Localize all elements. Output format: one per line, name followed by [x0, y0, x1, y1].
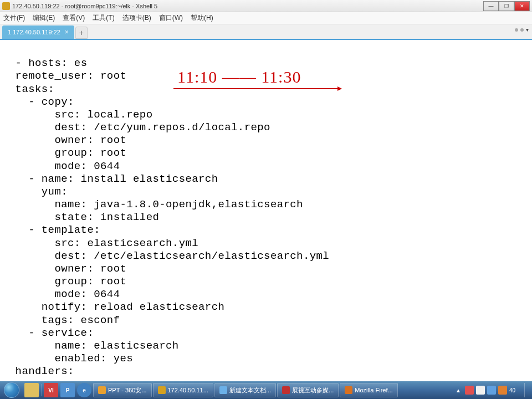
menu-tools[interactable]: 工具(T): [93, 13, 114, 23]
menubar: 文件(F) 编辑(E) 查看(V) 工具(T) 选项卡(B) 窗口(W) 帮助(…: [0, 12, 532, 24]
pinned-icon-vlc[interactable]: Vl: [44, 383, 58, 397]
tray-icon[interactable]: [465, 386, 474, 395]
task-label: 展视互动多媒...: [292, 386, 334, 395]
add-tab-button[interactable]: +: [75, 27, 88, 39]
task-buttons: PPT - 360安...172.40.50.11...新建文本文档...展视互…: [93, 383, 398, 397]
close-icon[interactable]: ×: [65, 28, 69, 36]
task-app-icon: [345, 386, 352, 394]
task-button[interactable]: 新建文本文档...: [214, 383, 276, 397]
task-app-icon: [158, 386, 166, 394]
separator: [41, 384, 42, 396]
task-app-icon: [98, 386, 106, 394]
pinned-icon-p[interactable]: P: [60, 383, 75, 397]
menu-help[interactable]: 帮助(H): [191, 13, 213, 23]
menu-edit[interactable]: 编辑(E): [33, 13, 55, 23]
taskbar: Vl P e PPT - 360安...172.40.50.11...新建文本文…: [0, 381, 532, 399]
terminal-output[interactable]: - hosts: es remote_user: root tasks: - c…: [0, 40, 532, 399]
window-title: 172.40.50.119:22 - root@room9pc119:~/elk…: [12, 3, 483, 9]
chevron-down-icon[interactable]: ▾: [526, 27, 529, 33]
tray-icon[interactable]: [498, 386, 507, 395]
terminal-text: - hosts: es remote_user: root tasks: - c…: [2, 57, 329, 377]
menu-tabs[interactable]: 选项卡(B): [122, 13, 151, 23]
annotation-underline: [173, 88, 341, 89]
tray-arrow-icon[interactable]: ▲: [454, 386, 463, 395]
pinned-icon-1[interactable]: [24, 383, 39, 397]
tabbar-right: ▾: [515, 27, 529, 33]
start-button[interactable]: [0, 381, 23, 399]
tray-icon[interactable]: [487, 386, 496, 395]
menu-view[interactable]: 查看(V): [63, 13, 85, 23]
task-app-icon: [219, 386, 227, 394]
show-desktop[interactable]: [524, 383, 529, 397]
task-button[interactable]: 172.40.50.11...: [153, 383, 213, 397]
task-label: 新建文本文档...: [229, 386, 271, 395]
session-tab[interactable]: 1 172.40.50.119:22 ×: [2, 25, 74, 39]
menu-file[interactable]: 文件(F): [3, 13, 25, 23]
task-label: 172.40.50.11...: [168, 387, 208, 393]
time-annotation: 11:10 —— 11:30: [177, 67, 301, 88]
window-controls: — ❐ ✕: [483, 1, 530, 11]
titlebar: 172.40.50.119:22 - root@room9pc119:~/elk…: [0, 0, 532, 12]
app-icon: [2, 2, 10, 10]
status-dot: [515, 28, 518, 32]
status-dot: [520, 28, 524, 32]
task-label: Mozilla Firef...: [355, 387, 392, 393]
tray-icon[interactable]: [476, 386, 485, 395]
tray-label: 40: [509, 387, 515, 393]
windows-icon: [4, 382, 19, 398]
maximize-button[interactable]: ❐: [499, 1, 514, 11]
menu-window[interactable]: 窗口(W): [159, 13, 183, 23]
task-button[interactable]: Mozilla Firef...: [340, 383, 397, 397]
close-button[interactable]: ✕: [514, 1, 530, 11]
pinned-icon-ie[interactable]: e: [77, 383, 91, 397]
task-button[interactable]: PPT - 360安...: [93, 383, 152, 397]
task-app-icon: [282, 386, 290, 394]
task-button[interactable]: 展视互动多媒...: [277, 383, 339, 397]
tab-label: 1 172.40.50.119:22: [8, 29, 60, 35]
system-tray: ▲ 40: [451, 383, 532, 397]
minimize-button[interactable]: —: [483, 1, 499, 11]
tabbar: 1 172.40.50.119:22 × + ▾: [0, 24, 532, 40]
task-label: PPT - 360安...: [108, 386, 147, 395]
